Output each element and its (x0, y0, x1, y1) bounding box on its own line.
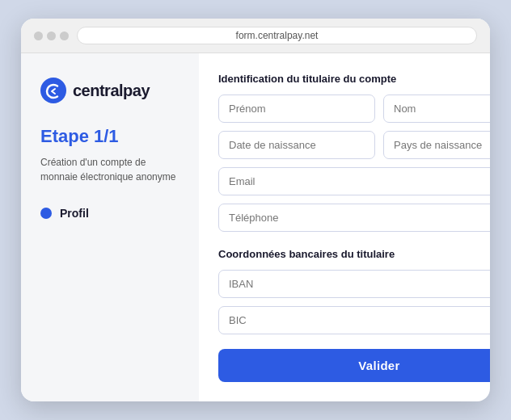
telephone-input[interactable] (218, 204, 490, 232)
browser-dots (34, 32, 69, 40)
logo: centralpay (40, 78, 179, 103)
nom-input[interactable] (383, 94, 490, 123)
step-description: Création d'un compte de monnaie électron… (40, 155, 179, 184)
prenom-input[interactable] (218, 94, 375, 123)
section2-title: Coordonnées bancaires du titulaire (218, 248, 490, 260)
logo-text: centralpay (73, 82, 150, 100)
browser-dot-2 (47, 32, 56, 40)
iban-row (218, 270, 490, 298)
section1-title: Identification du titulaire du compte (218, 73, 490, 85)
browser-bar: form.centralpay.net (21, 19, 490, 53)
step-title: Etape 1/1 (40, 126, 179, 147)
browser-dot-1 (34, 32, 43, 40)
profile-item: Profil (40, 207, 179, 220)
bic-row (218, 306, 490, 334)
profile-dot (40, 208, 52, 219)
profile-label: Profil (60, 207, 89, 220)
bic-input[interactable] (218, 306, 490, 334)
date-naissance-input[interactable] (218, 131, 375, 159)
browser-dot-3 (60, 32, 69, 40)
main-content: Identification du titulaire du compte Co… (199, 53, 490, 401)
address-bar: form.centralpay.net (77, 27, 477, 44)
iban-input[interactable] (218, 270, 490, 298)
pays-naissance-input[interactable] (383, 131, 490, 159)
logo-icon (40, 78, 66, 103)
birth-row (218, 131, 490, 159)
email-input[interactable] (218, 167, 490, 195)
valider-button[interactable]: Valider (218, 349, 490, 382)
browser-window: form.centralpay.net centralpay Etape 1/1… (21, 19, 490, 401)
email-row (218, 167, 490, 195)
telephone-row (218, 204, 490, 232)
sidebar: centralpay Etape 1/1 Création d'un compt… (21, 53, 199, 401)
content-area: centralpay Etape 1/1 Création d'un compt… (21, 53, 490, 401)
name-row (218, 94, 490, 123)
